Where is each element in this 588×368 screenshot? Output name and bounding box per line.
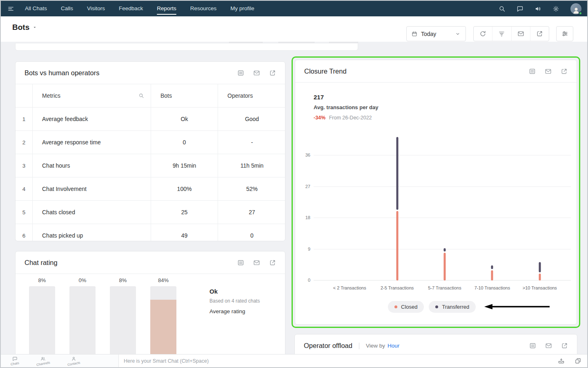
table-row: 3Chat hours9h 15min11h 5min	[16, 154, 285, 177]
bottombar-contacts-tab[interactable]: Contacts	[67, 356, 80, 366]
rating-caption: Average rating	[209, 308, 260, 314]
chart-legend: ClosedTransferred	[388, 301, 476, 313]
x-axis-label: >10 Transactions	[516, 285, 564, 290]
bots-vs-operators-card: Bots vs human operators Metrics Bots Ope…	[15, 61, 285, 241]
card-header: Chat rating	[16, 251, 285, 274]
avg-transactions-label: Avg. transactions per day	[314, 104, 378, 110]
legend-closed[interactable]: Closed	[388, 301, 424, 313]
bar-slot	[373, 138, 421, 280]
legend-transferred[interactable]: Transferred	[429, 301, 476, 313]
email-icon[interactable]	[253, 259, 260, 266]
rating-percent-label: 8%	[119, 277, 127, 284]
bar-segment-transferred	[396, 137, 398, 210]
card-actions	[529, 68, 568, 75]
email-icon[interactable]	[253, 70, 260, 76]
email-icon[interactable]	[545, 342, 552, 349]
delta-percent: -34%	[314, 115, 325, 121]
report-toolbar	[473, 26, 549, 41]
card-header: Bots vs human operators	[16, 62, 285, 84]
view-by-label: View by	[366, 343, 385, 349]
export-icon[interactable]	[269, 70, 276, 76]
email-report-icon[interactable]	[511, 27, 530, 41]
bar-slot	[421, 138, 468, 280]
bots-vs-operators-title: Bots vs human operators	[24, 69, 99, 77]
view-by-value-link[interactable]: Hour	[388, 343, 399, 349]
col-operators: Operators	[218, 84, 285, 107]
export-icon[interactable]	[269, 259, 276, 266]
bar-slot	[468, 138, 516, 280]
nav-menu: All ChatsCallsVisitorsFeedbackReportsRes…	[25, 1, 268, 16]
nav-item-calls[interactable]: Calls	[61, 1, 73, 16]
table-row: 1Average feedbackOkGood	[16, 108, 285, 131]
x-axis-label: 7-10 Transactions	[468, 285, 516, 290]
avg-transactions-value: 217	[314, 94, 378, 101]
legend-label: Transferred	[442, 304, 469, 310]
user-avatar[interactable]	[570, 3, 581, 14]
metrics-table: Metrics Bots Operators 1Average feedback…	[16, 84, 285, 241]
legend-dot	[435, 305, 438, 308]
rating-summary: Ok Based on 4 rated chats Average rating	[209, 288, 260, 314]
bottombar-chats-tab[interactable]: Chats	[11, 356, 19, 366]
table-view-icon[interactable]	[237, 259, 244, 266]
nav-item-visitors[interactable]: Visitors	[87, 1, 105, 16]
y-tick-label: 9	[300, 247, 310, 251]
annotation-arrow	[484, 303, 552, 310]
date-range-button[interactable]: Today	[406, 26, 466, 41]
date-range-value: Today	[421, 31, 436, 37]
y-tick-label: 36	[300, 153, 310, 157]
caret-down-icon	[32, 25, 37, 30]
y-tick-label: 18	[300, 215, 310, 220]
table-row: 5Chats closed2527	[16, 201, 285, 224]
rating-percent-label: 0%	[79, 277, 87, 284]
chart-x-labels: < 2 Transactions2-5 Transactions5-7 Tran…	[326, 285, 564, 290]
bar-segment-transferred	[491, 265, 493, 269]
bottombar-actions	[552, 355, 587, 367]
smart-chat-input[interactable]	[124, 358, 552, 364]
card-header: Operator offload View by Hour	[295, 334, 577, 357]
bar-segment-closed	[491, 270, 493, 281]
col-bots: Bots	[151, 84, 218, 107]
rating-value: Ok	[209, 288, 260, 295]
export-icon[interactable]	[561, 68, 568, 75]
smart-chat-input-wrap	[118, 355, 552, 367]
delta-reference: From 26-Dec-2022	[329, 115, 372, 121]
sidebar-toggle-icon[interactable]	[7, 5, 14, 12]
table-view-icon[interactable]	[529, 342, 536, 349]
closure-trend-stats: 217 Avg. transactions per day -34% From …	[314, 94, 378, 121]
search-icon[interactable]	[499, 5, 506, 12]
chat-bubble-icon[interactable]	[517, 5, 523, 12]
rating-percent-label: 84%	[158, 277, 169, 284]
customize-view-button[interactable]	[556, 26, 573, 41]
export-icon[interactable]	[561, 342, 568, 349]
chat-rating-card: Chat rating 8%0%8%84% Ok Based on 4 rate…	[15, 251, 285, 368]
x-axis-label: 2-5 Transactions	[373, 285, 421, 290]
nav-item-my-profile[interactable]: My profile	[230, 1, 254, 16]
metrics-search-icon[interactable]	[138, 93, 144, 99]
email-icon[interactable]	[545, 68, 552, 75]
filter-icon[interactable]	[492, 27, 511, 41]
nav-item-resources[interactable]: Resources	[190, 1, 217, 16]
card-actions	[529, 342, 568, 349]
refresh-icon[interactable]	[474, 27, 492, 41]
table-view-icon[interactable]	[529, 68, 536, 75]
nav-item-feedback[interactable]: Feedback	[119, 1, 143, 16]
x-axis-label: 5-7 Transactions	[421, 285, 468, 290]
windows-overlap-icon[interactable]	[575, 357, 581, 364]
smart-chat-bar: Chats Channels Contacts	[1, 354, 587, 367]
export-report-icon[interactable]	[530, 27, 549, 41]
navbar-actions	[499, 3, 581, 14]
tray-download-icon[interactable]	[558, 357, 565, 364]
report-type-dropdown[interactable]: Bots	[12, 23, 37, 32]
bar-segment-closed	[444, 253, 446, 280]
settings-gear-icon[interactable]	[552, 5, 559, 12]
nav-item-all-chats[interactable]: All Chats	[25, 1, 47, 16]
bottombar-tabs: Chats Channels Contacts	[1, 356, 118, 366]
table-row: 6Chats picked up490	[16, 224, 285, 241]
closure-trend-card: Closure Trend 217 Avg. transactions per …	[295, 60, 577, 325]
app-window: All ChatsCallsVisitorsFeedbackReportsRes…	[0, 0, 588, 368]
table-view-icon[interactable]	[237, 70, 244, 76]
legend-dot	[394, 305, 397, 308]
bottombar-channels-tab[interactable]: Channels	[36, 356, 50, 366]
audio-speaker-icon[interactable]	[535, 5, 541, 12]
nav-item-reports[interactable]: Reports	[157, 1, 176, 16]
